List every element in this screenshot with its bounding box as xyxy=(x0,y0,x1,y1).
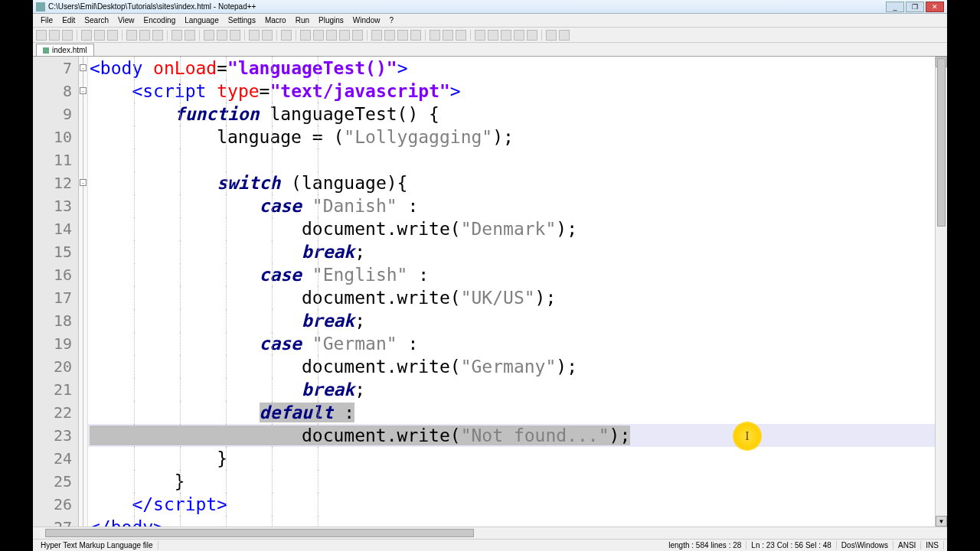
line-number: 8 xyxy=(33,80,72,103)
toolbar-button[interactable] xyxy=(62,30,73,41)
toolbar-button[interactable] xyxy=(430,30,440,41)
minimize-button[interactable]: _ xyxy=(886,2,904,12)
code-line[interactable]: case "German" : xyxy=(88,332,935,355)
code-area[interactable]: <body onLoad="languageTest()"> <script t… xyxy=(88,57,935,527)
code-line[interactable]: <script type="text/javascript"> xyxy=(88,80,935,103)
menu-plugins[interactable]: Plugins xyxy=(314,16,348,24)
horizontal-scrollbar[interactable] xyxy=(33,527,947,539)
code-line[interactable]: language = ("Lollygagging"); xyxy=(88,126,935,148)
code-line[interactable]: function languageTest() { xyxy=(88,103,935,126)
line-number: 26 xyxy=(33,493,72,516)
line-number: 20 xyxy=(33,355,72,378)
menu-window[interactable]: Window xyxy=(348,16,385,24)
toolbar-button[interactable] xyxy=(152,30,163,41)
toolbar-button[interactable] xyxy=(230,30,240,41)
code-line[interactable]: case "English" : xyxy=(88,263,935,286)
code-line[interactable]: default : xyxy=(88,401,935,424)
code-line[interactable]: document.write("Denmark"); xyxy=(88,217,935,240)
menu-?[interactable]: ? xyxy=(384,16,398,24)
status-filetype: Hyper Text Markup Language file xyxy=(36,541,158,549)
toolbar-button[interactable] xyxy=(313,30,324,41)
toolbar-button[interactable] xyxy=(107,30,118,41)
menu-edit[interactable]: Edit xyxy=(57,16,80,24)
code-line[interactable]: } xyxy=(88,470,935,493)
toolbar-button[interactable] xyxy=(546,30,557,41)
toolbar-button[interactable] xyxy=(410,30,421,41)
title-bar[interactable]: C:\Users\Emil\Desktop\Tutorials\sites\in… xyxy=(33,0,947,14)
line-number: 10 xyxy=(33,126,72,148)
code-line[interactable]: document.write("UK/US"); xyxy=(88,286,935,309)
code-line[interactable]: } xyxy=(88,447,935,470)
toolbar-button[interactable] xyxy=(475,30,485,41)
tab-bar: index.html xyxy=(33,43,947,57)
toolbar-button[interactable] xyxy=(443,30,453,41)
code-line[interactable]: <body onLoad="languageTest()"> xyxy=(88,57,935,80)
line-number: 12 xyxy=(33,171,72,194)
toolbar-button[interactable] xyxy=(249,30,260,41)
vertical-scrollbar[interactable]: ▲ ▼ xyxy=(935,57,947,527)
fold-toggle[interactable]: - xyxy=(80,179,87,186)
code-line[interactable]: switch (language){ xyxy=(88,171,935,194)
code-line[interactable]: document.write("Not found..."); xyxy=(88,424,935,447)
code-line[interactable]: break; xyxy=(88,378,935,401)
toolbar-button[interactable] xyxy=(397,30,408,41)
line-number: 13 xyxy=(33,194,72,217)
scroll-down-icon[interactable]: ▼ xyxy=(936,516,947,527)
toolbar-button[interactable] xyxy=(94,30,105,41)
code-line[interactable]: document.write("Germany"); xyxy=(88,355,935,378)
line-number: 22 xyxy=(33,401,72,424)
toolbar-button[interactable] xyxy=(326,30,337,41)
toolbar-button[interactable] xyxy=(217,30,227,41)
menu-file[interactable]: File xyxy=(36,16,57,24)
status-encoding: ANSI xyxy=(893,541,921,549)
menu-language[interactable]: Language xyxy=(180,16,224,24)
toolbar-button[interactable] xyxy=(204,30,214,41)
toolbar-button[interactable] xyxy=(139,30,150,41)
menu-macro[interactable]: Macro xyxy=(260,16,291,24)
hscroll-thumb[interactable] xyxy=(45,529,474,537)
toolbar-button[interactable] xyxy=(185,30,195,41)
toolbar-button[interactable] xyxy=(126,30,137,41)
toolbar-button[interactable] xyxy=(488,30,498,41)
toolbar-button[interactable] xyxy=(339,30,350,41)
menu-run[interactable]: Run xyxy=(291,16,314,24)
fold-toggle[interactable]: - xyxy=(80,64,87,71)
line-number: 19 xyxy=(33,332,72,355)
menu-encoding[interactable]: Encoding xyxy=(139,16,181,24)
toolbar-button[interactable] xyxy=(559,30,570,41)
toolbar-button[interactable] xyxy=(384,30,395,41)
scroll-thumb[interactable] xyxy=(937,58,946,227)
menu-search[interactable]: Search xyxy=(80,16,113,24)
code-line[interactable]: break; xyxy=(88,309,935,332)
tab-index-html[interactable]: index.html xyxy=(36,44,94,56)
maximize-button[interactable]: ❐ xyxy=(906,2,924,12)
menu-settings[interactable]: Settings xyxy=(224,16,260,24)
toolbar-button[interactable] xyxy=(36,30,47,41)
toolbar-button[interactable] xyxy=(527,30,537,41)
menu-view[interactable]: View xyxy=(113,16,139,24)
code-line[interactable] xyxy=(88,148,935,171)
close-button[interactable]: ✕ xyxy=(926,2,944,12)
toolbar-button[interactable] xyxy=(514,30,524,41)
toolbar-button[interactable] xyxy=(49,30,60,41)
toolbar-button[interactable] xyxy=(371,30,382,41)
line-number-gutter: 789101112131415161718192021222324252627 xyxy=(33,57,79,527)
code-line[interactable]: break; xyxy=(88,240,935,263)
code-line[interactable]: </script> xyxy=(88,493,935,516)
toolbar-button[interactable] xyxy=(300,30,311,41)
toolbar-button[interactable] xyxy=(81,30,92,41)
status-position: Ln : 23 Col : 56 Sel : 48 xyxy=(746,541,837,549)
code-line[interactable]: </body> xyxy=(88,516,935,527)
status-length: length : 584 lines : 28 xyxy=(664,541,746,549)
status-eol: Dos\Windows xyxy=(837,541,893,549)
line-number: 18 xyxy=(33,309,72,332)
code-line[interactable]: case "Danish" : xyxy=(88,194,935,217)
fold-toggle[interactable]: - xyxy=(80,87,87,94)
toolbar-button[interactable] xyxy=(456,30,466,41)
status-bar: Hyper Text Markup Language file length :… xyxy=(33,539,947,551)
toolbar-button[interactable] xyxy=(281,30,292,41)
toolbar-button[interactable] xyxy=(172,30,182,41)
toolbar-button[interactable] xyxy=(501,30,511,41)
toolbar-button[interactable] xyxy=(352,30,363,41)
toolbar-button[interactable] xyxy=(262,30,273,41)
